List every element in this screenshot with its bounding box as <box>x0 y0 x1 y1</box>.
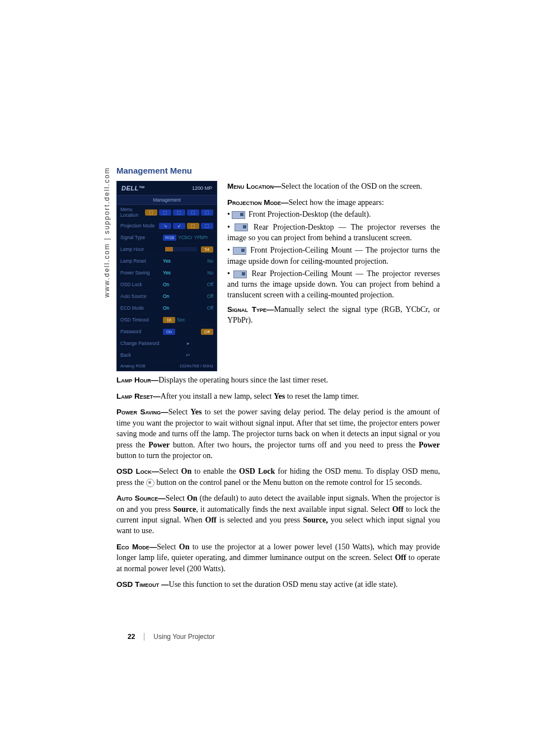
row-signal-type: Signal Type RGBYCbCrYPbPr <box>117 232 217 244</box>
row-back: Back ↩ <box>117 349 217 361</box>
row-lamp-hour: Lamp Hour 54 <box>117 244 217 255</box>
label-lamp-reset: Lamp Reset— <box>116 392 161 400</box>
label-menu-location: Menu Location— <box>227 182 282 190</box>
label-signal-type: Signal Type— <box>227 305 274 314</box>
osd-footer: Analog RGB 1024x768 / 60Hz <box>117 361 217 371</box>
section-name: Using Your Projector <box>153 633 214 641</box>
row-projection-mode: Projection Mode ↘↙⬚⬚ <box>117 220 217 232</box>
row-lamp-reset: Lamp Reset YesNo <box>117 255 217 267</box>
label-eco-mode: Eco Mode— <box>116 543 157 551</box>
rear-desktop-icon <box>235 223 248 231</box>
page-content: Management Menu DELL™ 1200 MP Management… <box>116 166 440 595</box>
row-password: Password OnOff <box>117 326 217 338</box>
row-eco-mode: ECO Mode OnOff <box>117 302 217 314</box>
row-power-saving: Power Saving YesNo <box>117 267 217 279</box>
rear-ceiling-icon <box>233 270 247 278</box>
label-auto-source: Auto Source— <box>116 494 166 502</box>
row-osd-lock: OSD Lock OnOff <box>117 279 217 291</box>
label-lamp-hour: Lamp Hour— <box>116 376 158 384</box>
label-osd-timeout: OSD Timeout — <box>116 580 169 589</box>
row-auto-source: Auto Source OnOff <box>117 291 217 302</box>
osd-model: 1200 MP <box>192 185 212 191</box>
osd-screenshot: DELL™ 1200 MP Management Menu Location ⬚… <box>116 181 217 371</box>
row-menu-location: Menu Location ⬚⬚⬚⬚⬚ <box>117 205 217 220</box>
dell-logo: DELL™ <box>121 185 145 192</box>
front-ceiling-icon <box>233 247 246 255</box>
label-osd-lock: OSD Lock— <box>116 467 159 475</box>
front-desktop-icon <box>232 211 245 219</box>
osd-title: Management <box>117 195 217 205</box>
page-footer: 22 Using Your Projector <box>128 633 215 641</box>
menu-button-icon <box>146 479 154 487</box>
label-projection-mode: Projection Mode— <box>227 198 289 207</box>
label-power-saving: Power Saving— <box>116 408 168 416</box>
footer-divider <box>144 633 144 641</box>
sidebar-url: www.dell.com | support.dell.com <box>104 167 110 297</box>
right-column-text: Menu Location—Select the location of the… <box>227 181 440 331</box>
row-change-password: Change Password ▸ <box>117 338 217 349</box>
page-number: 22 <box>128 633 135 641</box>
row-osd-timeout: OSD Timeout 16Sec <box>117 314 217 326</box>
heading-management: Management Menu <box>116 166 440 175</box>
